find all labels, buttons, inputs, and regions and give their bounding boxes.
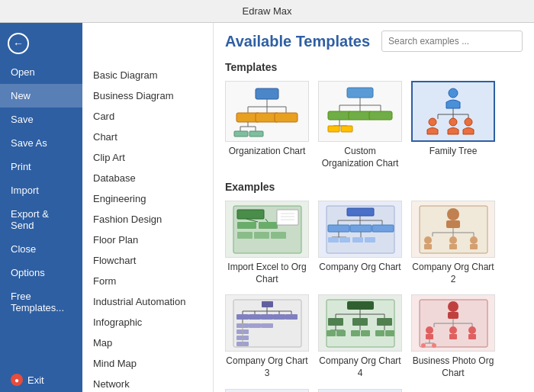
sidebar-item-export-send[interactable]: Export & Send: [0, 202, 82, 237]
sidebar-item-free-templates[interactable]: Free Templates...: [0, 284, 82, 320]
svg-rect-69: [446, 220, 460, 228]
exit-button[interactable]: ● Exit: [0, 368, 82, 392]
example-label-company-org-2: Company Org Chart 2: [411, 262, 495, 285]
example-company-org-chart-4[interactable]: Company Org Chart 4: [318, 294, 402, 379]
back-button[interactable]: ←: [0, 27, 82, 60]
sidebar-item-save[interactable]: Save: [0, 108, 82, 131]
sidebar-item-new[interactable]: New: [0, 84, 82, 108]
example-thumb-company-org-3: [225, 294, 309, 352]
svg-rect-62: [328, 237, 339, 243]
template-family-tree[interactable]: Family Tree: [411, 81, 495, 169]
search-input[interactable]: [381, 31, 523, 52]
example-thumb-import-excel: [225, 201, 309, 258]
category-list: Basic Diagram Business Diagram Card Char…: [82, 23, 214, 392]
svg-rect-82: [262, 301, 273, 307]
category-chart[interactable]: Chart: [82, 127, 213, 147]
svg-rect-101: [249, 323, 261, 328]
svg-rect-65: [352, 237, 363, 243]
svg-point-133: [449, 326, 457, 334]
svg-rect-38: [237, 210, 264, 219]
svg-rect-90: [236, 314, 249, 320]
category-clip-art[interactable]: Clip Art: [82, 147, 213, 168]
category-database[interactable]: Database: [82, 168, 213, 188]
svg-point-79: [470, 236, 478, 244]
sidebar: ← Open New Save Save As Print Import Exp…: [0, 23, 82, 392]
svg-point-68: [447, 208, 459, 220]
category-fashion-design[interactable]: Fashion Design: [82, 209, 213, 230]
svg-rect-40: [259, 222, 278, 229]
svg-rect-23: [369, 111, 392, 120]
svg-point-139: [421, 343, 426, 348]
example-business-photo-org-chart[interactable]: Business Photo Org Chart: [411, 294, 495, 379]
category-industrial-automation[interactable]: Industrial Automation: [82, 291, 213, 312]
category-floor-plan[interactable]: Floor Plan: [82, 230, 213, 250]
svg-point-34: [429, 118, 436, 126]
sidebar-item-save-as[interactable]: Save As: [0, 131, 82, 155]
category-form[interactable]: Form: [82, 271, 213, 291]
sidebar-item-close[interactable]: Close: [0, 237, 82, 261]
template-organization-chart[interactable]: Organization Chart: [225, 81, 309, 169]
svg-rect-13: [234, 131, 248, 137]
template-thumb-custom-org: [318, 81, 402, 142]
template-label-family-tree: Family Tree: [411, 146, 495, 158]
sidebar-item-import[interactable]: Import: [0, 178, 82, 202]
example-label-import-excel: Import Excel to Org Chart: [225, 262, 309, 285]
template-custom-org-chart[interactable]: Custom Organization Chart: [318, 81, 402, 169]
category-basic-diagram[interactable]: Basic Diagram: [82, 65, 213, 85]
svg-rect-15: [347, 88, 373, 98]
svg-point-28: [449, 88, 458, 98]
example-label-company-org: Company Org Chart: [318, 262, 402, 274]
category-network[interactable]: Network: [82, 374, 213, 392]
svg-rect-125: [448, 312, 458, 319]
example-thumb-business-photo: [411, 294, 495, 352]
category-map[interactable]: Map: [82, 333, 213, 353]
svg-rect-121: [375, 330, 384, 336]
back-icon: ←: [8, 33, 29, 54]
svg-rect-76: [424, 244, 432, 249]
svg-rect-119: [361, 330, 370, 336]
example-import-excel-org-chart[interactable]: Import Excel to Org Chart: [225, 201, 309, 285]
svg-rect-91: [249, 314, 261, 320]
template-thumb-org-chart: [225, 81, 309, 142]
svg-point-135: [468, 326, 476, 334]
category-engineering[interactable]: Engineering: [82, 188, 213, 209]
example-hierarchical-org-chart[interactable]: Hierarchical Org Chart: [225, 389, 309, 392]
templates-section-title: Templates: [225, 61, 523, 73]
category-infographic[interactable]: Infographic: [82, 312, 213, 333]
right-panel: Available Templates Templates: [214, 23, 534, 392]
svg-rect-8: [275, 113, 298, 122]
sidebar-item-options[interactable]: Options: [0, 261, 82, 284]
sidebar-item-print[interactable]: Print: [0, 155, 82, 178]
svg-rect-94: [285, 314, 298, 320]
svg-rect-27: [341, 126, 352, 132]
example-thumb-company-org-2: [411, 201, 495, 258]
app-title: Edraw Max: [242, 5, 291, 17]
svg-rect-58: [350, 225, 372, 232]
category-mind-map[interactable]: Mind Map: [82, 353, 213, 374]
templates-grid: Organization Chart: [225, 81, 523, 169]
category-flowchart[interactable]: Flowchart: [82, 250, 213, 271]
sidebar-item-open[interactable]: Open: [0, 60, 82, 84]
category-card[interactable]: Card: [82, 106, 213, 127]
svg-point-140: [432, 343, 436, 348]
category-business-diagram[interactable]: Business Diagram: [82, 85, 213, 106]
example-thumb-company-org-4: [318, 294, 402, 352]
example-thumb-hierarchical: [225, 389, 309, 392]
exit-icon: ●: [11, 374, 23, 386]
svg-rect-118: [351, 330, 360, 336]
svg-rect-111: [352, 318, 368, 326]
svg-rect-21: [328, 111, 351, 120]
example-thumb-company-org: [318, 201, 402, 258]
svg-rect-110: [328, 318, 343, 326]
svg-rect-115: [327, 330, 336, 336]
svg-rect-57: [328, 225, 349, 232]
example-service-enterprise-org-chart[interactable]: Service Enterprise Org Chart: [318, 389, 402, 392]
svg-rect-14: [249, 131, 263, 137]
example-company-org-chart[interactable]: Company Org Chart: [318, 201, 402, 285]
svg-rect-22: [349, 111, 372, 120]
example-company-org-chart-3[interactable]: Company Org Chart 3: [225, 294, 309, 379]
svg-rect-116: [336, 330, 346, 336]
svg-rect-51: [347, 208, 374, 216]
example-company-org-chart-2[interactable]: Company Org Chart 2: [411, 201, 495, 285]
panel-title: Available Templates: [225, 33, 370, 50]
